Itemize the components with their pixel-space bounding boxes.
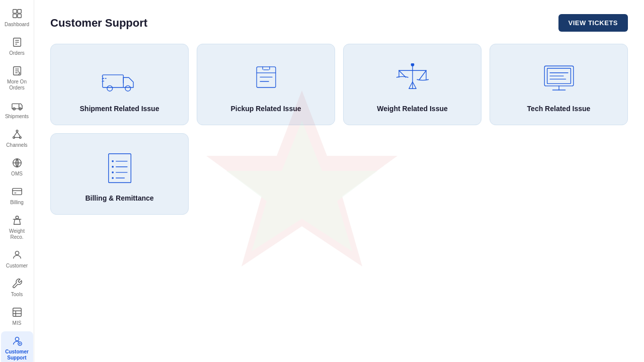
billing-icon <box>12 186 23 198</box>
view-tickets-button[interactable]: VIEW TICKETS <box>558 14 628 32</box>
page-header: Customer Support VIEW TICKETS <box>50 14 628 32</box>
sidebar-item-shipments[interactable]: Shipments <box>1 96 33 124</box>
sidebar-item-weight-reco[interactable]: Weight Reco. <box>1 211 33 244</box>
shipments-icon <box>12 100 23 112</box>
more-orders-icon <box>12 65 23 77</box>
sidebar-item-channels-label: Channels <box>6 142 27 148</box>
weight-reco-icon <box>12 215 23 227</box>
svg-point-15 <box>16 130 18 132</box>
sidebar-item-billing[interactable]: Billing <box>1 182 33 210</box>
card-weight[interactable]: Weight Related Issue <box>343 44 481 125</box>
svg-rect-30 <box>13 308 21 317</box>
sidebar-item-more-orders-label: More On Orders <box>3 79 31 91</box>
card-tech-label: Tech Related Issue <box>527 105 591 113</box>
oms-icon <box>12 157 23 169</box>
svg-line-18 <box>14 132 17 136</box>
svg-line-19 <box>17 132 20 136</box>
channels-icon <box>12 129 23 141</box>
card-tech[interactable]: Tech Related Issue <box>490 44 628 125</box>
svg-point-34 <box>15 337 19 341</box>
customer-icon <box>12 249 23 261</box>
svg-point-68 <box>112 160 114 162</box>
orders-icon <box>12 37 23 49</box>
sidebar-item-customer-label: Customer <box>6 263 28 269</box>
sidebar-item-dashboard-label: Dashboard <box>5 22 29 28</box>
card-shipment[interactable]: Shipment Related Issue <box>50 44 189 125</box>
sidebar-item-tools[interactable]: Tools <box>1 274 33 302</box>
svg-point-70 <box>112 165 114 167</box>
svg-rect-0 <box>13 10 16 13</box>
svg-point-41 <box>107 85 112 91</box>
sidebar-item-orders[interactable]: Orders <box>1 33 33 60</box>
svg-point-29 <box>15 251 19 255</box>
sidebar-item-oms[interactable]: OMS <box>1 153 33 181</box>
dashboard-icon <box>12 8 23 20</box>
svg-rect-3 <box>17 14 21 18</box>
weight-icon <box>394 60 431 97</box>
card-billing-remittance[interactable]: Billing & Remittance <box>50 133 189 215</box>
shipment-icon <box>102 60 138 97</box>
card-pickup-label: Pickup Related Issue <box>230 105 301 113</box>
svg-rect-1 <box>17 10 21 13</box>
mis-icon <box>12 307 23 319</box>
svg-line-56 <box>419 70 426 79</box>
card-billing-remittance-label: Billing & Remittance <box>85 194 153 202</box>
card-pickup[interactable]: Pickup Related Issue <box>197 44 335 125</box>
pickup-icon <box>248 60 284 97</box>
customer-support-icon <box>12 335 23 347</box>
main-content: Customer Support VIEW TICKETS <box>34 0 644 362</box>
sidebar-item-more-orders[interactable]: More On Orders <box>1 61 33 95</box>
svg-point-59 <box>411 63 414 66</box>
sidebar-item-shipments-label: Shipments <box>5 114 29 120</box>
sidebar-item-oms-label: OMS <box>11 171 23 177</box>
svg-point-27 <box>16 216 19 219</box>
sidebar-item-mis[interactable]: MIS <box>1 303 33 330</box>
sidebar-item-billing-label: Billing <box>10 200 24 206</box>
page-title: Customer Support <box>50 17 147 30</box>
sidebar-item-dashboard[interactable]: Dashboard <box>1 4 33 32</box>
svg-rect-38 <box>102 75 123 87</box>
svg-point-42 <box>125 85 130 91</box>
sidebar-item-tools-label: Tools <box>11 292 23 298</box>
sidebar-item-customer-support[interactable]: Customer Support <box>1 331 33 362</box>
card-shipment-label: Shipment Related Issue <box>80 105 159 113</box>
billing-remittance-icon <box>102 150 138 186</box>
sidebar-item-customer-support-label: Customer Support <box>3 349 31 361</box>
sidebar-item-mis-label: MIS <box>13 320 22 326</box>
sidebar-item-channels[interactable]: Channels <box>1 125 33 152</box>
svg-rect-2 <box>13 14 16 18</box>
sidebar-item-orders-label: Orders <box>9 50 25 56</box>
svg-rect-24 <box>12 189 21 195</box>
svg-point-72 <box>112 171 114 173</box>
cards-row-2: Billing & Remittance <box>50 133 628 215</box>
sidebar-item-customer[interactable]: Customer <box>1 245 33 273</box>
tools-icon <box>12 278 23 290</box>
svg-point-74 <box>112 177 114 179</box>
tech-icon <box>541 60 577 97</box>
card-weight-label: Weight Related Issue <box>377 105 448 113</box>
cards-row-1: Shipment Related Issue <box>50 44 628 125</box>
sidebar-item-weight-reco-label: Weight Reco. <box>3 228 31 240</box>
sidebar: Dashboard Orders More On Orders <box>0 0 34 362</box>
